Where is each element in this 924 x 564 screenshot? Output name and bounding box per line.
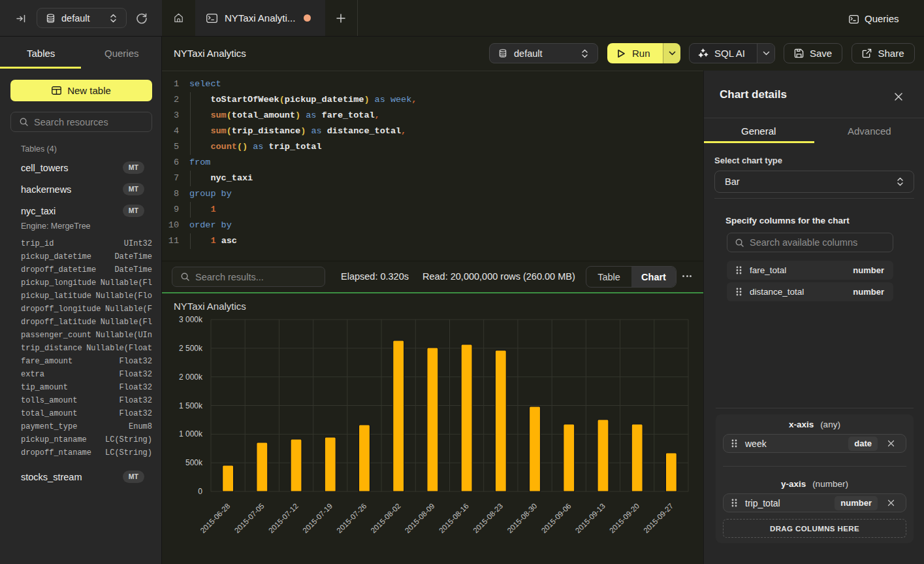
svg-text:2015-07-05: 2015-07-05 [233, 502, 266, 535]
svg-text:2015-08-16: 2015-08-16 [438, 502, 470, 535]
svg-text:2015-07-12: 2015-07-12 [267, 502, 300, 535]
svg-text:1 000k: 1 000k [179, 429, 203, 439]
svg-text:2015-09-20: 2015-09-20 [608, 502, 641, 535]
svg-text:1 500k: 1 500k [179, 401, 203, 410]
svg-text:2015-08-09: 2015-08-09 [404, 502, 436, 535]
svg-text:2015-08-30: 2015-08-30 [505, 502, 538, 535]
svg-text:2015-08-02: 2015-08-02 [370, 502, 402, 535]
svg-text:2015-06-28: 2015-06-28 [199, 502, 231, 535]
svg-text:2015-07-26: 2015-07-26 [335, 502, 368, 535]
svg-text:2 500k: 2 500k [179, 344, 203, 353]
svg-text:2015-09-06: 2015-09-06 [540, 502, 573, 535]
svg-text:500k: 500k [185, 458, 203, 467]
svg-text:3 000k: 3 000k [179, 315, 203, 324]
svg-text:2015-08-23: 2015-08-23 [471, 502, 504, 535]
svg-text:2015-09-27: 2015-09-27 [642, 502, 675, 535]
svg-text:0: 0 [198, 487, 202, 496]
svg-text:2015-07-19: 2015-07-19 [301, 502, 334, 535]
svg-text:2015-09-13: 2015-09-13 [574, 502, 607, 535]
svg-text:2 000k: 2 000k [179, 373, 203, 382]
